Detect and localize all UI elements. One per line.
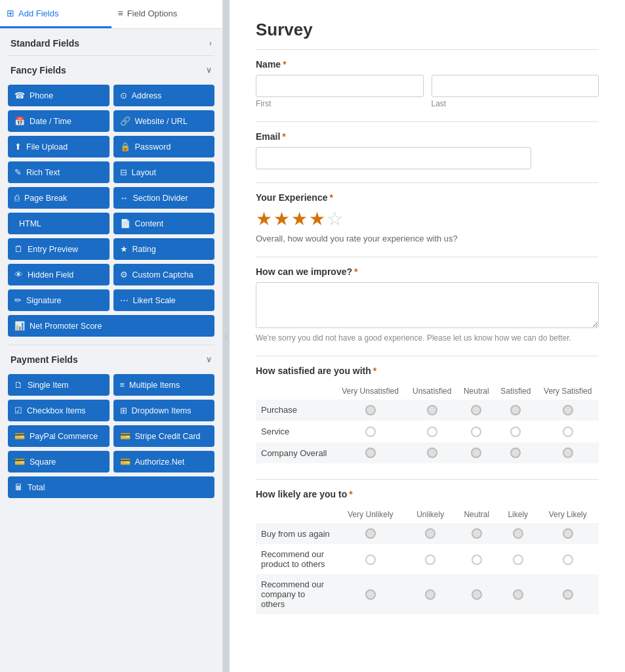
radio-circle[interactable]: [510, 448, 521, 458]
radio-circle[interactable]: [427, 427, 437, 437]
table-row[interactable]: [499, 544, 537, 574]
table-row[interactable]: [536, 400, 599, 421]
improve-textarea[interactable]: [256, 282, 599, 328]
fancy-field-file-upload[interactable]: ⬆File Upload: [8, 136, 110, 158]
payment-field-square[interactable]: 💳Square: [8, 451, 110, 472]
star-rating[interactable]: ★★★★☆: [256, 208, 599, 230]
radio-circle[interactable]: [427, 405, 437, 415]
name-first-input[interactable]: [256, 75, 424, 97]
radio-circle[interactable]: [510, 427, 521, 437]
payment-field-multiple-items[interactable]: ≡Multiple Items: [113, 374, 215, 396]
radio-circle[interactable]: [563, 589, 573, 600]
fancy-field-date-time[interactable]: 📅Date / Time: [8, 110, 110, 132]
table-row[interactable]: [407, 544, 454, 574]
radio-circle[interactable]: [425, 555, 435, 565]
radio-circle[interactable]: [513, 589, 523, 600]
fancy-field-hidden-field[interactable]: 👁Hidden Field: [8, 264, 110, 285]
table-row[interactable]: [494, 442, 536, 464]
fancy-field-section-divider[interactable]: ↔Section Divider: [113, 187, 215, 209]
tab-add-fields[interactable]: ⊞ Add Fields: [0, 0, 111, 28]
radio-circle[interactable]: [513, 528, 523, 539]
table-row[interactable]: [458, 442, 494, 464]
table-row[interactable]: [499, 574, 537, 614]
table-row[interactable]: [454, 544, 499, 574]
table-row[interactable]: [537, 574, 599, 614]
table-row[interactable]: [406, 421, 458, 442]
table-row[interactable]: [334, 421, 406, 442]
standard-fields-header[interactable]: Standard Fields ›: [0, 29, 222, 55]
fancy-field-entry-preview[interactable]: 🗒Entry Preview: [8, 238, 110, 260]
fancy-field-likert-scale[interactable]: ⋯Likert Scale: [113, 289, 215, 311]
radio-circle[interactable]: [472, 555, 482, 565]
radio-circle[interactable]: [472, 589, 482, 600]
table-row[interactable]: [334, 400, 406, 421]
payment-fields-header[interactable]: Payment Fields ∨: [0, 345, 222, 371]
star-1[interactable]: ★: [256, 208, 272, 230]
radio-circle[interactable]: [471, 405, 481, 415]
table-row[interactable]: [407, 523, 454, 545]
radio-circle[interactable]: [365, 589, 376, 600]
fancy-field-rating[interactable]: ★Rating: [113, 238, 215, 260]
email-input[interactable]: [256, 147, 531, 169]
table-row[interactable]: [407, 574, 454, 614]
fancy-field-layout[interactable]: ⊟Layout: [113, 161, 215, 183]
fancy-field-custom-captcha[interactable]: ⚙Custom Captcha: [113, 264, 215, 285]
radio-circle[interactable]: [365, 528, 376, 539]
fancy-field-password[interactable]: 🔒Password: [113, 136, 215, 158]
fancy-field-phone[interactable]: ☎Phone: [8, 85, 110, 106]
radio-circle[interactable]: [563, 528, 573, 539]
payment-field-single-item[interactable]: 🗋Single Item: [8, 374, 110, 396]
table-row[interactable]: [536, 421, 599, 442]
table-row[interactable]: [334, 523, 407, 545]
radio-circle[interactable]: [510, 405, 521, 415]
radio-circle[interactable]: [513, 555, 523, 565]
payment-field-checkbox-items[interactable]: ☑Checkbox Items: [8, 400, 110, 421]
radio-circle[interactable]: [563, 448, 573, 458]
table-row[interactable]: [494, 400, 536, 421]
table-row[interactable]: [536, 442, 599, 464]
table-row[interactable]: [406, 442, 458, 464]
radio-circle[interactable]: [425, 528, 435, 539]
fancy-field-html[interactable]: HTML: [8, 213, 110, 234]
payment-field-dropdown-items[interactable]: ⊞Dropdown Items: [113, 400, 215, 421]
radio-circle[interactable]: [365, 427, 376, 437]
resize-handle[interactable]: ⋮: [223, 0, 230, 672]
table-row[interactable]: [334, 544, 407, 574]
radio-circle[interactable]: [427, 448, 437, 458]
table-row[interactable]: [334, 574, 407, 614]
radio-circle[interactable]: [471, 448, 481, 458]
star-5[interactable]: ☆: [327, 208, 343, 230]
radio-circle[interactable]: [425, 589, 435, 600]
table-row[interactable]: [537, 544, 599, 574]
fancy-field-website-url[interactable]: 🔗Website / URL: [113, 110, 215, 132]
fancy-fields-header[interactable]: Fancy Fields ∨: [0, 56, 222, 82]
table-row[interactable]: [537, 523, 599, 545]
star-3[interactable]: ★: [291, 208, 308, 230]
radio-circle[interactable]: [471, 427, 481, 437]
radio-circle[interactable]: [563, 427, 573, 437]
radio-circle[interactable]: [365, 405, 376, 415]
table-row[interactable]: [494, 421, 536, 442]
radio-circle[interactable]: [472, 528, 482, 539]
radio-circle[interactable]: [563, 405, 573, 415]
radio-circle[interactable]: [563, 555, 573, 565]
fancy-field-content[interactable]: 📄Content: [113, 213, 215, 234]
table-row[interactable]: [458, 400, 494, 421]
table-row[interactable]: [499, 523, 537, 545]
table-row[interactable]: [334, 442, 406, 464]
star-4[interactable]: ★: [309, 208, 325, 230]
fancy-field-signature[interactable]: ✏Signature: [8, 289, 110, 311]
payment-field-authorize-net[interactable]: 💳Authorize.Net: [113, 451, 215, 472]
fancy-field-net-promoter-score[interactable]: 📊Net Promoter Score: [8, 315, 214, 337]
payment-field-total[interactable]: 🖩Total: [8, 476, 214, 498]
star-2[interactable]: ★: [273, 208, 290, 230]
payment-field-paypal-commerce[interactable]: 💳PayPal Commerce: [8, 425, 110, 447]
radio-circle[interactable]: [365, 555, 376, 565]
fancy-field-address[interactable]: ⊙Address: [113, 85, 215, 106]
name-last-input[interactable]: [432, 75, 599, 97]
table-row[interactable]: [458, 421, 494, 442]
tab-field-options[interactable]: ≡ Field Options: [111, 0, 223, 28]
table-row[interactable]: [406, 400, 458, 421]
radio-circle[interactable]: [365, 448, 376, 458]
table-row[interactable]: [454, 523, 499, 545]
